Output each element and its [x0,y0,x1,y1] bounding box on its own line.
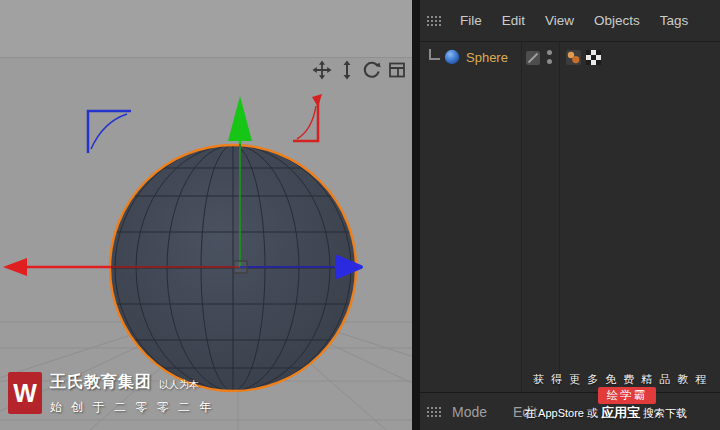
watermark-title: 王氏教育集团 [50,372,152,393]
mode-menu[interactable]: Mode [452,404,487,420]
column-divider-2 [559,42,560,393]
mode-toolbar: Mode Edit [420,392,720,430]
object-row-sphere[interactable]: Sphere [420,46,720,70]
menu-objects[interactable]: Objects [584,13,650,28]
dolly-icon[interactable] [336,59,358,81]
menu-edit[interactable]: Edit [492,13,535,28]
uvw-tag-icon[interactable] [586,50,601,65]
watermark: W 王氏教育集团 以人为本 始 创 于 二 零 零 二 年 [8,372,214,416]
visibility-dots-icon[interactable] [547,50,553,68]
menu-file[interactable]: File [450,13,492,28]
palette-grip-icon[interactable] [426,15,442,27]
mode-grip-icon[interactable] [426,406,442,418]
column-divider-1 [521,42,522,393]
phong-tag-icon[interactable] [566,50,581,65]
object-name-sphere[interactable]: Sphere [466,50,508,65]
hierarchy-elbow-icon [429,49,440,60]
viewport-nav-toolbar [311,59,408,81]
watermark-subtitle: 以人为本 [159,378,199,393]
viewport-3d[interactable]: W 王氏教育集团 以人为本 始 创 于 二 零 零 二 年 [0,0,412,430]
menu-tags[interactable]: Tags [650,13,699,28]
maximize-icon[interactable] [386,59,408,81]
layer-toggle-icon[interactable] [526,51,540,65]
object-manager-panel: File Edit View Objects Tags [420,0,720,430]
menu-view[interactable]: View [535,13,584,28]
wangshi-logo: W [8,372,42,414]
sphere-primitive-icon[interactable] [443,48,461,70]
hud-angle-blue [88,111,131,153]
mode-edit-menu[interactable]: Edit [513,404,537,420]
axis-center-handle[interactable] [234,261,247,273]
hud-angle-red [293,94,322,141]
panel-splitter[interactable] [412,0,420,430]
watermark-slogan: 始 创 于 二 零 零 二 年 [50,399,214,416]
rotate-icon[interactable] [361,59,383,81]
object-manager-menubar: File Edit View Objects Tags [420,0,720,42]
app-window: W 王氏教育集团 以人为本 始 创 于 二 零 零 二 年 File Edit … [0,0,720,430]
object-tree[interactable]: Sphere [420,42,720,393]
pan-icon[interactable] [311,59,333,81]
